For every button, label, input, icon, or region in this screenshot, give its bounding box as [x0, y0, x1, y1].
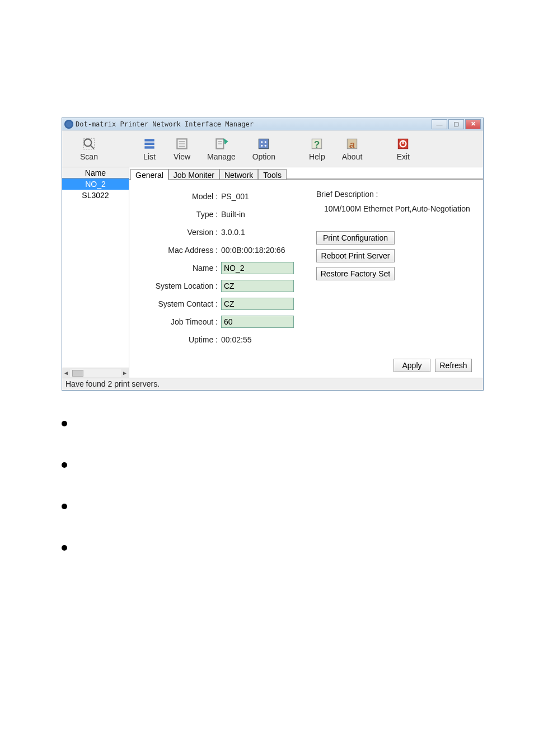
reboot-print-server-button[interactable]: Reboot Print Server — [316, 249, 395, 262]
svg-rect-5 — [144, 146, 154, 148]
maximize-button[interactable]: ▢ — [448, 119, 464, 129]
list-label: List — [143, 152, 156, 161]
svg-point-17 — [265, 144, 266, 146]
jobtimeout-label: Job Timeout : — [137, 317, 221, 326]
minimize-button[interactable]: — — [432, 119, 447, 129]
uptime-label: Uptime : — [137, 335, 221, 344]
apply-button[interactable]: Apply — [394, 359, 430, 372]
bullet-item — [62, 460, 484, 468]
bullet-list — [62, 419, 484, 551]
sidebar-item-sl3022[interactable]: SL3022 — [62, 190, 129, 201]
restore-factory-set-button[interactable]: Restore Factory Set — [316, 267, 395, 280]
view-button[interactable]: View — [165, 134, 199, 164]
bullet-item — [62, 543, 484, 551]
model-label: Model : — [137, 192, 221, 201]
titlebar: Dot-matrix Printer Network Interface Man… — [62, 118, 483, 130]
about-icon: a — [345, 137, 359, 151]
brief-description-label: Brief Description : — [316, 190, 470, 199]
help-icon: ? — [310, 137, 324, 151]
bullet-dot-icon — [62, 462, 67, 468]
content: Name NO_2 SL3022 ◄ ► General Job Moniter… — [62, 167, 483, 378]
name-label: Name : — [137, 264, 221, 273]
brief-description-text: 10M/100M Ethernet Port,Auto-Negotiation — [316, 203, 470, 214]
sidebar: Name NO_2 SL3022 ◄ ► — [62, 167, 129, 378]
tab-network[interactable]: Network — [219, 169, 258, 180]
horizontal-scrollbar[interactable]: ◄ ► — [62, 368, 129, 378]
close-button[interactable]: ✕ — [465, 119, 481, 129]
about-button[interactable]: a About — [334, 134, 371, 164]
sidebar-header[interactable]: Name — [62, 167, 129, 179]
svg-rect-3 — [144, 139, 154, 141]
mac-label: Mac Address : — [137, 246, 221, 255]
jobtimeout-input[interactable] — [221, 316, 294, 328]
svg-text:?: ? — [314, 138, 320, 149]
svg-rect-13 — [259, 139, 269, 148]
tab-tools[interactable]: Tools — [258, 169, 287, 180]
syscontact-input[interactable] — [221, 298, 294, 310]
refresh-button[interactable]: Refresh — [435, 359, 472, 372]
sidebar-item-no2[interactable]: NO_2 — [62, 179, 129, 190]
list-button[interactable]: List — [134, 134, 165, 164]
bullet-dot-icon — [62, 421, 67, 426]
syscontact-label: System Contact : — [137, 299, 221, 308]
print-configuration-button[interactable]: Print Configuration — [316, 231, 395, 245]
tabs: General Job Moniter Network Tools — [129, 167, 483, 180]
option-icon — [256, 137, 271, 151]
bottom-buttons: Apply Refresh — [394, 359, 472, 372]
exit-button[interactable]: Exit — [387, 134, 419, 164]
svg-text:a: a — [349, 138, 355, 149]
svg-line-1 — [90, 145, 94, 149]
about-label: About — [342, 152, 363, 161]
svg-point-16 — [261, 144, 263, 146]
syslocation-label: System Location : — [137, 281, 221, 290]
help-button[interactable]: ? Help — [301, 134, 334, 164]
bullet-item — [62, 419, 484, 426]
scroll-left-arrow[interactable]: ◄ — [62, 369, 70, 377]
view-label: View — [174, 152, 190, 161]
syslocation-input[interactable] — [221, 280, 294, 292]
bullet-dot-icon — [62, 504, 67, 509]
view-icon — [175, 137, 189, 151]
exit-label: Exit — [397, 152, 410, 161]
bullet-dot-icon — [62, 545, 67, 551]
sidebar-list: NO_2 SL3022 — [62, 179, 129, 368]
tab-content-general: Model : PS_001 Type : Built-in Version :… — [129, 179, 483, 378]
scan-button[interactable]: Scan — [67, 134, 111, 164]
bullet-item — [62, 501, 484, 509]
svg-point-15 — [265, 141, 266, 143]
scroll-right-arrow[interactable]: ► — [121, 369, 129, 377]
manage-label: Manage — [207, 152, 236, 161]
scan-label: Scan — [80, 152, 98, 161]
option-button[interactable]: Option — [244, 134, 284, 164]
manage-button[interactable]: Manage — [199, 134, 244, 164]
exit-icon — [396, 137, 410, 151]
help-label: Help — [309, 152, 325, 161]
statusbar: Have found 2 print servers. — [62, 378, 483, 390]
scroll-track[interactable] — [70, 369, 121, 377]
svg-rect-4 — [144, 142, 154, 144]
uptime-value: 00:02:55 — [221, 335, 252, 344]
scroll-thumb[interactable] — [72, 370, 83, 377]
type-value: Built-in — [221, 210, 245, 219]
svg-point-14 — [261, 141, 263, 143]
version-value: 3.0.0.1 — [221, 228, 245, 237]
mac-value: 00:0B:00:18:20:66 — [221, 246, 285, 255]
magnifier-icon — [82, 137, 96, 151]
window-controls: — ▢ ✕ — [432, 119, 481, 129]
tab-general[interactable]: General — [130, 169, 168, 180]
name-input[interactable] — [221, 262, 294, 274]
version-label: Version : — [137, 228, 221, 237]
list-icon — [142, 137, 157, 151]
app-icon — [64, 120, 73, 129]
model-value: PS_001 — [221, 192, 249, 201]
option-label: Option — [252, 152, 275, 161]
app-window: Dot-matrix Printer Network Interface Man… — [62, 118, 484, 391]
type-label: Type : — [137, 210, 221, 219]
tab-job-moniter[interactable]: Job Moniter — [168, 169, 219, 180]
toolbar: Scan List View Manage Option — [62, 130, 483, 167]
main-panel: General Job Moniter Network Tools Model … — [129, 167, 483, 378]
manage-icon — [214, 137, 228, 151]
window-title: Dot-matrix Printer Network Interface Man… — [76, 120, 432, 128]
